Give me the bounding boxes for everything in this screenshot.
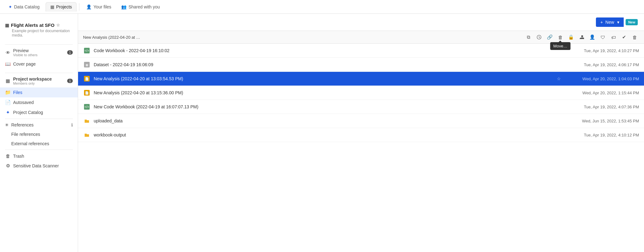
file-date-dataset-1: Tue, Apr 19, 2022, 4:06:17 PM [561, 62, 639, 67]
shared-with-you-link[interactable]: 👥 Shared with you [117, 2, 164, 11]
star-analysis-1-icon[interactable]: ☆ [557, 76, 561, 81]
file-date-new-analysis-2: Wed, Apr 20, 2022, 1:15:44 PM [561, 91, 639, 95]
info-icon: ℹ [71, 122, 73, 127]
file-name-code-workbook-1: Code Workbook - 2022-04-19 16:10:02 [94, 48, 561, 53]
svg-text:▦: ▦ [86, 63, 88, 67]
file-row-new-analysis-1[interactable]: 📄 New Analysis (2022-04-20 at 13:03:54.5… [78, 72, 644, 86]
file-row-uploaded-data[interactable]: uploaded_data Wed, Jun 15, 2022, 1:53:45… [78, 114, 644, 128]
spacer [0, 69, 78, 72]
file-name-uploaded-data: uploaded_data [94, 118, 561, 123]
new-side-button[interactable]: New [626, 19, 638, 25]
file-icon-new-analysis-2: 📄 [83, 89, 91, 96]
tab-projects-label: Projects [56, 4, 72, 9]
data-catalog-icon: ✦ [8, 4, 12, 9]
sidebar-item-file-references[interactable]: File references [0, 130, 78, 139]
lock-icon[interactable]: 🔒 [567, 33, 575, 42]
catalog-icon: ✦ [5, 110, 11, 115]
sidebar-item-project-catalog[interactable]: ✦ Project Catalog [0, 107, 78, 117]
trash-toolbar-icon[interactable]: 🗑 [630, 33, 639, 42]
delete-icon[interactable]: 🗑 Move… [556, 33, 565, 42]
your-files-label: Your files [93, 4, 111, 9]
sidebar-item-files[interactable]: 📁 Files [0, 87, 78, 97]
file-date-new-analysis-1: Wed, Apr 20, 2022, 1:04:03 PM [561, 77, 639, 81]
file-references-label: File references [11, 132, 40, 137]
sidebar-divider-4 [5, 150, 73, 150]
sidebar-divider-3 [5, 119, 73, 119]
toolbar-breadcrumb: New Analysis (2022-04-20 at … [83, 35, 522, 40]
project-catalog-label: Project Catalog [13, 110, 43, 115]
new-button-label: New [605, 20, 614, 25]
file-date-code-workbook-1: Tue, Apr 19, 2022, 4:10:27 PM [561, 48, 639, 53]
plus-icon: + [600, 20, 603, 25]
move-tooltip: Move… [550, 42, 571, 50]
tab-data-catalog[interactable]: ✦ Data Catalog [4, 2, 44, 12]
user-icon[interactable]: 👤 [588, 33, 597, 42]
files-icon: 📁 [5, 90, 11, 95]
project-icon: ▦ [5, 23, 9, 28]
content-area: + New ▾ New New Analysis (2022-04-20 at … [78, 14, 644, 252]
your-files-icon: 👤 [86, 4, 92, 9]
file-name-new-code-workbook: New Code Workbook (2022-04-19 at 16:07:0… [94, 104, 561, 109]
file-icon-uploaded-data [83, 117, 91, 125]
nav-divider [79, 3, 79, 11]
file-icon-workbook-output [83, 131, 91, 139]
file-row-workbook-output[interactable]: workbook-output Tue, Apr 19, 2022, 4:10:… [78, 128, 644, 142]
preview-badge: 1 [67, 50, 73, 55]
tag-icon[interactable]: 🏷 [609, 33, 618, 42]
shared-icon: 👥 [121, 4, 126, 9]
sidebar-item-preview[interactable]: 👁 Preview Visible to others 1 [0, 46, 78, 59]
workspace-sublabel: Members only [13, 82, 52, 85]
tab-data-catalog-label: Data Catalog [14, 4, 40, 9]
star-icon[interactable]: ☆ [56, 23, 60, 27]
tab-projects[interactable]: ▦ Projects [46, 2, 77, 12]
file-icon-new-code-workbook: </> [83, 103, 91, 111]
new-side-label: New [628, 20, 635, 24]
new-button-group: + New ▾ New [596, 17, 638, 27]
file-date-new-code-workbook: Tue, Apr 19, 2022, 4:07:36 PM [561, 105, 639, 109]
file-row-new-analysis-2[interactable]: 📄 New Analysis (2022-04-20 at 13:15:36.0… [78, 86, 644, 100]
link-icon[interactable]: 🔗 [545, 33, 554, 42]
shield-icon[interactable]: 🛡 [598, 33, 607, 42]
file-name-new-analysis-1: New Analysis (2022-04-20 at 13:03:54.53 … [94, 76, 554, 81]
sidebar-item-sensitive-data[interactable]: ⚙ Sensitive Data Scanner [0, 161, 78, 171]
svg-text:📄: 📄 [85, 77, 89, 81]
duplicate-icon[interactable]: ⧉ [524, 33, 533, 42]
references-icon: ✳ [5, 122, 9, 127]
file-name-dataset-1: Dataset - 2022-04-19 16:06:09 [94, 62, 561, 67]
top-nav: ✦ Data Catalog ▦ Projects 👤 Your files 👥… [0, 0, 644, 14]
content-header: + New ▾ New [78, 14, 644, 31]
file-icon-dataset-1: ▦ [83, 61, 91, 68]
file-row-dataset-1[interactable]: ▦ Dataset - 2022-04-19 16:06:09 Tue, Apr… [78, 58, 644, 72]
project-header: ▦ Flight Alerts at SFO ☆ Example project… [0, 14, 78, 43]
workspace-label: Project workspace [13, 77, 52, 82]
sidebar: ▦ Flight Alerts at SFO ☆ Example project… [0, 14, 78, 252]
sidebar-divider-2 [5, 73, 73, 73]
sidebar-item-references[interactable]: ✳ References ℹ [0, 120, 78, 130]
sidebar-item-autosaved[interactable]: 📄 Autosaved [0, 97, 78, 107]
project-subtitle: Example project for documentation media. [5, 29, 73, 37]
projects-icon: ▦ [50, 4, 54, 9]
your-files-link[interactable]: 👤 Your files [82, 2, 116, 11]
check-icon[interactable]: ✔ [620, 33, 628, 42]
new-button-main[interactable]: + New ▾ [596, 17, 624, 27]
sensitive-data-label: Sensitive Data Scanner [13, 163, 59, 168]
external-references-label: External references [11, 141, 49, 146]
user-add-icon[interactable] [577, 33, 586, 42]
autosaved-icon: 📄 [5, 100, 11, 105]
workspace-icon: ▦ [5, 78, 11, 84]
preview-label: Preview [13, 48, 37, 53]
sidebar-item-external-references[interactable]: External references [0, 139, 78, 148]
file-list: </> Code Workbook - 2022-04-19 16:10:02 … [78, 44, 644, 252]
sidebar-item-cover-page[interactable]: 📖 Cover page [0, 59, 78, 69]
sidebar-item-trash[interactable]: 🗑 Trash [0, 151, 78, 161]
trash-label: Trash [13, 154, 24, 159]
file-icon-new-analysis-1: 📄 [83, 75, 91, 82]
files-label: Files [13, 90, 22, 95]
file-row-new-code-workbook[interactable]: </> New Code Workbook (2022-04-19 at 16:… [78, 100, 644, 114]
history-icon[interactable] [535, 33, 543, 42]
dropdown-arrow-icon: ▾ [617, 20, 619, 25]
file-date-workbook-output: Tue, Apr 19, 2022, 4:10:12 PM [561, 133, 639, 137]
file-name-workbook-output: workbook-output [94, 132, 561, 137]
svg-text:</>: </> [85, 49, 89, 52]
trash-icon: 🗑 [5, 153, 11, 159]
